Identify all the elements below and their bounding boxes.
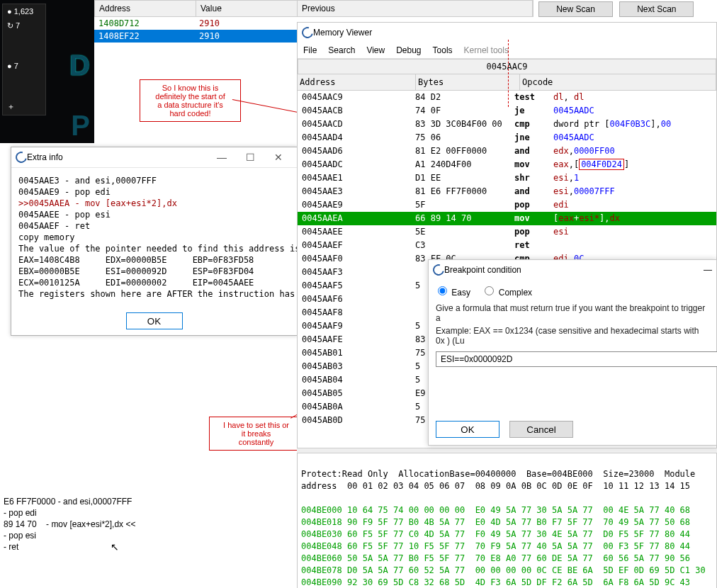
col-value[interactable]: Value (196, 1, 298, 16)
disasm-row[interactable]: 0045AAEE5Epopesi (298, 225, 716, 239)
breakpoint-dialog-title: Breakpoint condition (444, 265, 521, 275)
memory-viewer-title: Memory Viewer (313, 28, 372, 38)
extra-info-title: Extra info (27, 152, 208, 162)
menu-file[interactable]: File (303, 45, 317, 55)
disasm-row[interactable]: 0045AAE95Fpopedi (298, 198, 716, 212)
menu-search[interactable]: Search (328, 45, 355, 55)
breakpoint-hint-2: Example: EAX == 0x1234 (case sensitive a… (429, 324, 716, 347)
disasm-row[interactable]: 0045AADCA1 240D4F00moveax,[004F0D24] (298, 158, 716, 171)
disasm-row[interactable]: 0045AACD83 3D 3C0B4F00 00cmpdword ptr [0… (298, 118, 716, 131)
extra-info-body: 0045AAE3 - and esi,00007FFF0045AAE9 - po… (11, 168, 297, 307)
disasm-row[interactable]: 0045AACB74 0Fje0045AADC (298, 104, 716, 118)
disasm-row[interactable]: 0045AAC984 D2testdl, dl (298, 91, 716, 104)
mode-easy-radio[interactable]: Easy (434, 288, 470, 298)
disasm-row[interactable]: 0045AAEA66 89 14 70mov[eax+esi*],dx (298, 212, 716, 225)
mode-complex-radio[interactable]: Complex (481, 288, 532, 298)
disasm-row[interactable]: 0045AAE1D1 EEshresi,1 (298, 171, 716, 185)
breakpoint-formula-input[interactable] (436, 351, 717, 367)
menu-debug[interactable]: Debug (396, 45, 421, 55)
col-address[interactable]: Address (95, 1, 196, 16)
disasm-row[interactable]: 0045AAE381 E6 FF7F0000andesi,00007FFF (298, 185, 716, 198)
current-address-bar[interactable]: 0045AAC9 (298, 59, 716, 74)
instruction-dump: E6 FF7F0000 - and esi,00007FFF- pop edi8… (4, 496, 287, 553)
menu-tools[interactable]: Tools (433, 45, 453, 55)
minimize-button[interactable]: — (704, 265, 712, 275)
maximize-button[interactable]: ☐ (236, 147, 264, 167)
disasm-row[interactable]: 0045AAD681 E2 00FF0000andedx,0000FF00 (298, 145, 716, 158)
annotation-1: So I know this is definitely the start o… (140, 79, 241, 122)
hex-columns: address 00 01 02 03 04 05 06 07 08 09 0A… (301, 480, 713, 492)
game-hud: ● 1,623 ↻ 7 ● 7 ＋ D P (0, 0, 94, 143)
breakpoint-ok-button[interactable]: OK (436, 421, 499, 438)
hud-plus: ＋ (3, 98, 45, 115)
ce-icon (16, 152, 27, 163)
breakpoint-condition-dialog: Breakpoint condition — Easy Complex Give… (428, 259, 717, 446)
close-button[interactable]: ✕ (264, 147, 293, 167)
hud-dot2: ● 7 (3, 59, 45, 73)
hud-redo: ↻ 7 (3, 18, 45, 33)
hex-dump[interactable]: Protect:Read Only AllocationBase=0040000… (297, 453, 717, 588)
extra-info-ok-button[interactable]: OK (126, 312, 183, 329)
menu-view[interactable]: View (366, 45, 385, 55)
mouse-cursor-icon: ↖ (111, 541, 119, 553)
next-scan-button[interactable]: Next Scan (619, 1, 694, 17)
menu-kernel-tools[interactable]: Kernel tools (464, 45, 509, 55)
ce-icon (433, 264, 444, 276)
disasm-col-address[interactable]: Address (298, 74, 416, 90)
breakpoint-cancel-button[interactable]: Cancel (509, 421, 573, 438)
minimize-button[interactable]: — (208, 147, 236, 167)
col-previous[interactable]: Previous (298, 1, 533, 16)
hex-header: Protect:Read Only AllocationBase=0040000… (301, 469, 695, 479)
disasm-row[interactable]: 0045AAD475 06jne0045AADC (298, 131, 716, 145)
splitter-handle[interactable] (297, 448, 717, 453)
breakpoint-hint-1: Give a formula that must return true if … (429, 302, 716, 324)
extra-info-dialog: Extra info — ☐ ✕ 0045AAE3 - and esi,0000… (11, 147, 298, 336)
disasm-row[interactable]: 0045AAEFC3ret (298, 239, 716, 252)
new-scan-button[interactable]: New Scan (538, 1, 613, 17)
hud-count: ● 1,623 (3, 4, 45, 18)
memory-viewer-menu: FileSearchViewDebugToolsKernel tools (298, 43, 716, 59)
ce-icon (302, 27, 313, 38)
annotation-2: I have to set this or it breaks constant… (209, 417, 303, 451)
disasm-col-opcode[interactable]: Opcode (520, 74, 716, 90)
disasm-col-bytes[interactable]: Bytes (416, 74, 520, 90)
